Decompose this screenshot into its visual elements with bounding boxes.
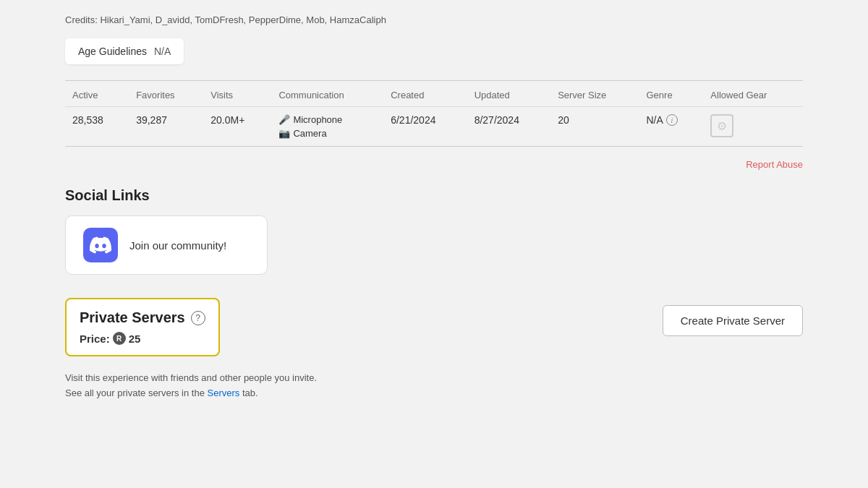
cell-genre: N/A i (639, 107, 703, 147)
private-servers-help-icon[interactable]: ? (191, 311, 205, 325)
gear-icon: ⚙ (717, 119, 727, 133)
age-guidelines-value: N/A (154, 46, 171, 57)
cell-visits: 20.0M+ (203, 107, 271, 147)
cell-favorites: 39,287 (129, 107, 203, 147)
age-guidelines-box: Age Guidelines N/A (65, 38, 184, 64)
credits-names: Hikari_Yami, D_avidd, TomDFresh, PepperD… (100, 14, 386, 25)
microphone-icon: 🎤 (278, 114, 290, 125)
report-abuse-link[interactable]: Report Abuse (746, 159, 803, 170)
camera-icon: 📷 (278, 128, 290, 139)
microphone-label: Microphone (293, 114, 342, 125)
col-favorites: Favorites (129, 81, 203, 107)
description-text: Visit this experience with friends and o… (65, 371, 663, 401)
price-label: Price: (80, 333, 110, 345)
genre-cell: N/A i (646, 114, 696, 126)
genre-info-icon[interactable]: i (666, 114, 678, 126)
private-servers-title: Private Servers (80, 309, 185, 326)
col-visits: Visits (203, 81, 271, 107)
create-private-server-button[interactable]: Create Private Server (663, 305, 803, 336)
price-row: Price: R 25 (80, 332, 205, 345)
cell-updated: 8/27/2024 (467, 107, 550, 147)
communication-list: 🎤 Microphone 📷 Camera (278, 114, 376, 139)
cell-allowed-gear: ⚙ (703, 107, 803, 147)
discord-icon (90, 234, 111, 256)
private-servers-left: Private Servers ? Price: R 25 Visit this… (65, 298, 663, 401)
social-links-title: Social Links (65, 187, 803, 204)
col-server-size: Server Size (550, 81, 639, 107)
camera-item: 📷 Camera (278, 128, 376, 139)
page: Credits: Hikari_Yami, D_avidd, TomDFresh… (0, 0, 868, 488)
private-servers-section: Private Servers ? Price: R 25 Visit this… (65, 298, 803, 401)
discord-icon-box (83, 228, 118, 262)
content-area: Credits: Hikari_Yami, D_avidd, TomDFresh… (36, 0, 832, 416)
stats-row: 28,538 39,287 20.0M+ 🎤 Microphone 📷 (65, 107, 803, 147)
desc-line1: Visit this experience with friends and o… (65, 372, 317, 383)
col-created: Created (383, 81, 467, 107)
col-updated: Updated (467, 81, 550, 107)
robux-icon: R (113, 332, 126, 345)
desc-line2-suffix: tab. (239, 388, 258, 398)
credits-label: Credits: (65, 14, 98, 25)
cell-server-size: 20 (550, 107, 639, 147)
cell-created: 6/21/2024 (383, 107, 467, 147)
discord-join-text: Join our community! (129, 239, 226, 252)
private-servers-header: Private Servers ? (80, 309, 205, 326)
desc-line2-prefix: See all your private servers in the (65, 388, 208, 398)
price-value: 25 (129, 333, 141, 345)
col-active: Active (65, 81, 129, 107)
cell-active: 28,538 (65, 107, 129, 147)
discord-card[interactable]: Join our community! (65, 215, 268, 275)
report-abuse-row: Report Abuse (65, 158, 803, 170)
social-links-section: Social Links Join our community! (65, 187, 803, 298)
gear-icon-box: ⚙ (710, 114, 733, 137)
age-guidelines-label: Age Guidelines (78, 46, 147, 57)
genre-value: N/A (646, 114, 663, 126)
stats-table: Active Favorites Visits Communication Cr… (65, 81, 803, 146)
cell-communication: 🎤 Microphone 📷 Camera (271, 107, 383, 147)
col-communication: Communication (271, 81, 383, 107)
private-servers-box: Private Servers ? Price: R 25 (65, 298, 220, 356)
col-genre: Genre (639, 81, 703, 107)
microphone-item: 🎤 Microphone (278, 114, 376, 125)
camera-label: Camera (293, 128, 326, 139)
col-allowed-gear: Allowed Gear (703, 81, 803, 107)
stats-table-wrapper: Active Favorites Visits Communication Cr… (65, 80, 803, 147)
servers-tab-link[interactable]: Servers (208, 388, 240, 398)
credits: Credits: Hikari_Yami, D_avidd, TomDFresh… (65, 14, 803, 25)
